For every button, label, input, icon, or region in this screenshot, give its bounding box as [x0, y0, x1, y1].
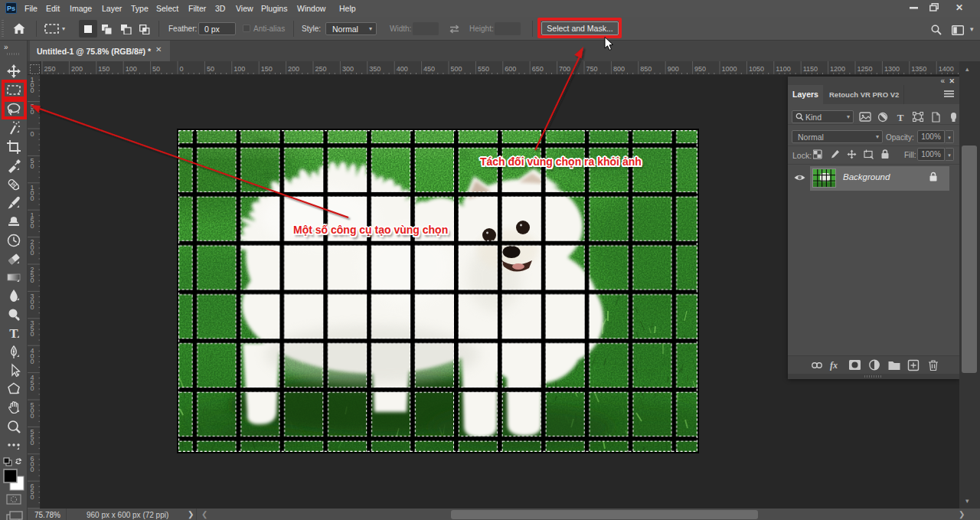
svg-text:50: 50 [152, 65, 160, 73]
svg-text:950: 950 [694, 65, 706, 73]
svg-text:1000: 1000 [722, 65, 737, 73]
svg-text:0: 0 [30, 330, 34, 338]
svg-text:0: 0 [30, 412, 34, 420]
svg-text:100: 100 [234, 65, 245, 73]
svg-text:0: 0 [30, 130, 34, 138]
svg-text:1200: 1200 [830, 65, 845, 73]
svg-text:fx: fx [830, 360, 838, 371]
svg-text:600: 600 [505, 65, 516, 73]
svg-text:1300: 1300 [884, 65, 900, 73]
svg-text:650: 650 [532, 65, 544, 73]
svg-text:100: 100 [126, 65, 137, 73]
svg-text:50: 50 [207, 65, 214, 73]
svg-text:1250: 1250 [858, 65, 873, 73]
svg-text:750: 750 [586, 65, 598, 73]
svg-text:0: 0 [30, 162, 34, 170]
svg-text:0: 0 [30, 358, 34, 365]
svg-text:0: 0 [30, 466, 34, 473]
svg-text:0: 0 [30, 249, 34, 257]
svg-text:250: 250 [315, 65, 327, 73]
svg-text:450: 450 [423, 65, 435, 73]
svg-text:1150: 1150 [803, 65, 818, 73]
svg-text:1400: 1400 [939, 65, 954, 73]
svg-text:0: 0 [30, 87, 34, 94]
svg-text:150: 150 [261, 65, 273, 73]
svg-text:1100: 1100 [776, 65, 790, 73]
svg-text:1350: 1350 [911, 65, 926, 73]
svg-text:250: 250 [44, 65, 56, 73]
svg-text:700: 700 [559, 65, 570, 73]
svg-text:0: 0 [30, 222, 34, 230]
svg-text:300: 300 [342, 65, 354, 73]
svg-text:0: 0 [30, 195, 34, 202]
svg-text:900: 900 [668, 65, 679, 73]
svg-text:500: 500 [451, 65, 462, 73]
svg-text:0: 0 [30, 439, 34, 446]
svg-text:T: T [897, 112, 904, 123]
svg-text:350: 350 [369, 65, 381, 73]
svg-text:0: 0 [30, 384, 34, 392]
svg-text:0: 0 [180, 65, 184, 73]
svg-text:0: 0 [30, 108, 34, 116]
svg-text:850: 850 [640, 65, 652, 73]
svg-text:150: 150 [98, 65, 109, 73]
svg-text:0: 0 [30, 493, 34, 501]
svg-text:550: 550 [478, 65, 489, 73]
svg-text:0: 0 [30, 276, 34, 284]
svg-text:0: 0 [30, 303, 34, 311]
svg-text:800: 800 [613, 65, 625, 73]
svg-text:200: 200 [288, 65, 299, 73]
svg-text:1050: 1050 [749, 65, 764, 73]
svg-text:200: 200 [71, 65, 83, 73]
svg-text:400: 400 [397, 65, 408, 73]
